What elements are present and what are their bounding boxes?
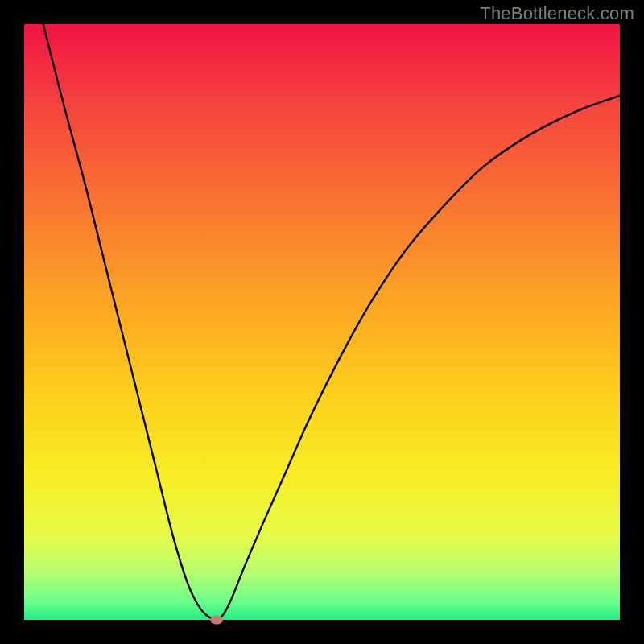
watermark-text: TheBottleneck.com (480, 3, 634, 24)
plot-area (24, 24, 620, 620)
chart-frame: TheBottleneck.com (0, 0, 644, 644)
minimum-point-marker (210, 616, 223, 625)
curve-svg (24, 24, 620, 620)
bottleneck-curve (43, 24, 620, 620)
